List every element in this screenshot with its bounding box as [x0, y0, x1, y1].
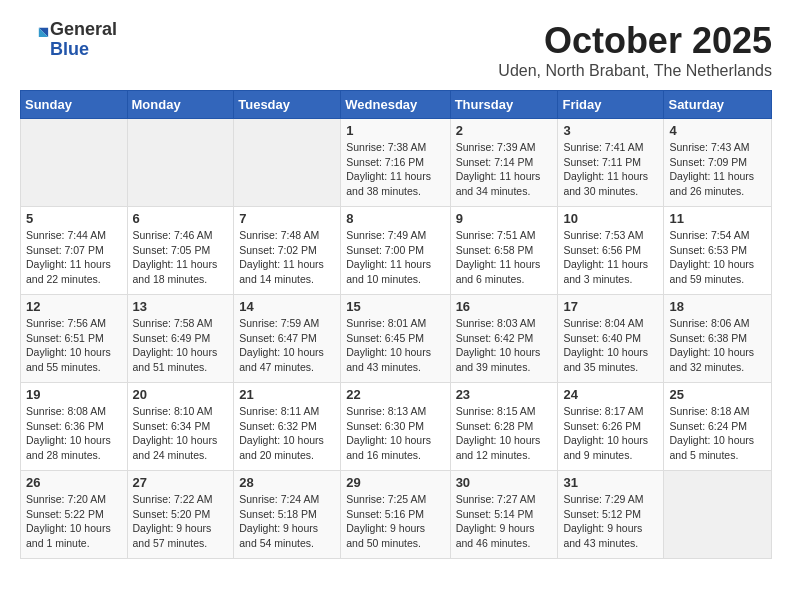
calendar-cell: 8Sunrise: 7:49 AM Sunset: 7:00 PM Daylig… [341, 207, 450, 295]
day-number: 17 [563, 299, 658, 314]
day-info: Sunrise: 7:41 AM Sunset: 7:11 PM Dayligh… [563, 140, 658, 199]
day-number: 11 [669, 211, 766, 226]
day-info: Sunrise: 8:04 AM Sunset: 6:40 PM Dayligh… [563, 316, 658, 375]
calendar-cell: 27Sunrise: 7:22 AM Sunset: 5:20 PM Dayli… [127, 471, 234, 559]
day-info: Sunrise: 7:25 AM Sunset: 5:16 PM Dayligh… [346, 492, 444, 551]
day-info: Sunrise: 7:49 AM Sunset: 7:00 PM Dayligh… [346, 228, 444, 287]
day-info: Sunrise: 7:54 AM Sunset: 6:53 PM Dayligh… [669, 228, 766, 287]
day-number: 23 [456, 387, 553, 402]
calendar-cell [21, 119, 128, 207]
day-number: 8 [346, 211, 444, 226]
day-number: 16 [456, 299, 553, 314]
calendar-cell: 20Sunrise: 8:10 AM Sunset: 6:34 PM Dayli… [127, 383, 234, 471]
day-number: 31 [563, 475, 658, 490]
day-number: 7 [239, 211, 335, 226]
day-number: 13 [133, 299, 229, 314]
day-info: Sunrise: 8:10 AM Sunset: 6:34 PM Dayligh… [133, 404, 229, 463]
day-number: 29 [346, 475, 444, 490]
calendar-cell [664, 471, 772, 559]
day-info: Sunrise: 7:48 AM Sunset: 7:02 PM Dayligh… [239, 228, 335, 287]
calendar-cell: 15Sunrise: 8:01 AM Sunset: 6:45 PM Dayli… [341, 295, 450, 383]
day-number: 18 [669, 299, 766, 314]
day-info: Sunrise: 7:43 AM Sunset: 7:09 PM Dayligh… [669, 140, 766, 199]
calendar-week-row: 19Sunrise: 8:08 AM Sunset: 6:36 PM Dayli… [21, 383, 772, 471]
calendar-cell: 26Sunrise: 7:20 AM Sunset: 5:22 PM Dayli… [21, 471, 128, 559]
calendar-cell: 22Sunrise: 8:13 AM Sunset: 6:30 PM Dayli… [341, 383, 450, 471]
day-number: 27 [133, 475, 229, 490]
calendar-cell: 18Sunrise: 8:06 AM Sunset: 6:38 PM Dayli… [664, 295, 772, 383]
logo: General Blue [20, 20, 117, 60]
calendar-week-row: 5Sunrise: 7:44 AM Sunset: 7:07 PM Daylig… [21, 207, 772, 295]
day-info: Sunrise: 8:17 AM Sunset: 6:26 PM Dayligh… [563, 404, 658, 463]
day-info: Sunrise: 7:58 AM Sunset: 6:49 PM Dayligh… [133, 316, 229, 375]
page-header: General Blue October 2025 Uden, North Br… [20, 20, 772, 80]
day-info: Sunrise: 7:38 AM Sunset: 7:16 PM Dayligh… [346, 140, 444, 199]
day-number: 15 [346, 299, 444, 314]
column-header-sunday: Sunday [21, 91, 128, 119]
day-number: 6 [133, 211, 229, 226]
calendar-cell: 4Sunrise: 7:43 AM Sunset: 7:09 PM Daylig… [664, 119, 772, 207]
day-info: Sunrise: 7:22 AM Sunset: 5:20 PM Dayligh… [133, 492, 229, 551]
day-number: 26 [26, 475, 122, 490]
day-info: Sunrise: 8:15 AM Sunset: 6:28 PM Dayligh… [456, 404, 553, 463]
calendar-cell: 29Sunrise: 7:25 AM Sunset: 5:16 PM Dayli… [341, 471, 450, 559]
calendar-week-row: 12Sunrise: 7:56 AM Sunset: 6:51 PM Dayli… [21, 295, 772, 383]
day-number: 25 [669, 387, 766, 402]
calendar-cell: 6Sunrise: 7:46 AM Sunset: 7:05 PM Daylig… [127, 207, 234, 295]
column-header-monday: Monday [127, 91, 234, 119]
calendar-week-row: 26Sunrise: 7:20 AM Sunset: 5:22 PM Dayli… [21, 471, 772, 559]
day-number: 28 [239, 475, 335, 490]
day-number: 20 [133, 387, 229, 402]
day-info: Sunrise: 7:56 AM Sunset: 6:51 PM Dayligh… [26, 316, 122, 375]
day-number: 30 [456, 475, 553, 490]
day-info: Sunrise: 7:20 AM Sunset: 5:22 PM Dayligh… [26, 492, 122, 551]
calendar-cell: 23Sunrise: 8:15 AM Sunset: 6:28 PM Dayli… [450, 383, 558, 471]
day-info: Sunrise: 8:18 AM Sunset: 6:24 PM Dayligh… [669, 404, 766, 463]
calendar-cell: 19Sunrise: 8:08 AM Sunset: 6:36 PM Dayli… [21, 383, 128, 471]
day-number: 3 [563, 123, 658, 138]
day-info: Sunrise: 7:29 AM Sunset: 5:12 PM Dayligh… [563, 492, 658, 551]
day-info: Sunrise: 7:51 AM Sunset: 6:58 PM Dayligh… [456, 228, 553, 287]
day-info: Sunrise: 8:13 AM Sunset: 6:30 PM Dayligh… [346, 404, 444, 463]
day-info: Sunrise: 7:44 AM Sunset: 7:07 PM Dayligh… [26, 228, 122, 287]
calendar-cell: 17Sunrise: 8:04 AM Sunset: 6:40 PM Dayli… [558, 295, 664, 383]
day-info: Sunrise: 7:59 AM Sunset: 6:47 PM Dayligh… [239, 316, 335, 375]
day-number: 4 [669, 123, 766, 138]
day-info: Sunrise: 8:03 AM Sunset: 6:42 PM Dayligh… [456, 316, 553, 375]
day-number: 9 [456, 211, 553, 226]
column-header-wednesday: Wednesday [341, 91, 450, 119]
column-header-friday: Friday [558, 91, 664, 119]
calendar-cell: 3Sunrise: 7:41 AM Sunset: 7:11 PM Daylig… [558, 119, 664, 207]
day-number: 24 [563, 387, 658, 402]
calendar-subtitle: Uden, North Brabant, The Netherlands [498, 62, 772, 80]
calendar-title: October 2025 [498, 20, 772, 62]
calendar-table: SundayMondayTuesdayWednesdayThursdayFrid… [20, 90, 772, 559]
column-header-tuesday: Tuesday [234, 91, 341, 119]
calendar-cell: 9Sunrise: 7:51 AM Sunset: 6:58 PM Daylig… [450, 207, 558, 295]
day-info: Sunrise: 8:06 AM Sunset: 6:38 PM Dayligh… [669, 316, 766, 375]
day-number: 5 [26, 211, 122, 226]
calendar-cell: 5Sunrise: 7:44 AM Sunset: 7:07 PM Daylig… [21, 207, 128, 295]
calendar-cell: 24Sunrise: 8:17 AM Sunset: 6:26 PM Dayli… [558, 383, 664, 471]
calendar-cell: 21Sunrise: 8:11 AM Sunset: 6:32 PM Dayli… [234, 383, 341, 471]
calendar-cell [234, 119, 341, 207]
calendar-cell: 10Sunrise: 7:53 AM Sunset: 6:56 PM Dayli… [558, 207, 664, 295]
day-info: Sunrise: 8:08 AM Sunset: 6:36 PM Dayligh… [26, 404, 122, 463]
day-number: 22 [346, 387, 444, 402]
logo-icon [22, 24, 50, 52]
day-number: 14 [239, 299, 335, 314]
day-number: 2 [456, 123, 553, 138]
day-info: Sunrise: 7:39 AM Sunset: 7:14 PM Dayligh… [456, 140, 553, 199]
column-header-saturday: Saturday [664, 91, 772, 119]
logo-blue: Blue [50, 39, 89, 59]
logo-general: General [50, 19, 117, 39]
day-number: 19 [26, 387, 122, 402]
day-number: 1 [346, 123, 444, 138]
calendar-cell: 12Sunrise: 7:56 AM Sunset: 6:51 PM Dayli… [21, 295, 128, 383]
day-number: 12 [26, 299, 122, 314]
day-number: 21 [239, 387, 335, 402]
calendar-cell [127, 119, 234, 207]
calendar-cell: 28Sunrise: 7:24 AM Sunset: 5:18 PM Dayli… [234, 471, 341, 559]
calendar-cell: 11Sunrise: 7:54 AM Sunset: 6:53 PM Dayli… [664, 207, 772, 295]
title-block: October 2025 Uden, North Brabant, The Ne… [498, 20, 772, 80]
